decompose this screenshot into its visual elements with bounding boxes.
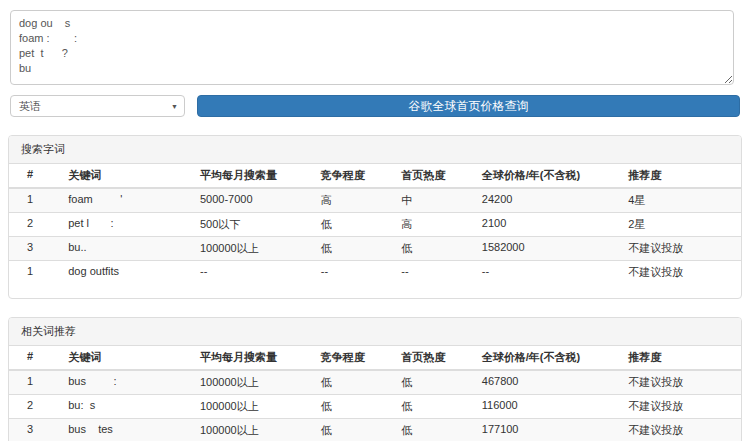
table-cell: 116000: [474, 395, 620, 419]
table-cell: 低: [313, 213, 394, 237]
table-cell: 4星: [620, 188, 741, 213]
table-cell: 低: [393, 237, 474, 261]
table-cell: bus tes: [60, 419, 192, 441]
global-price-query-button[interactable]: 谷歌全球首页价格查询: [197, 95, 740, 117]
table-cell: 不建议投放: [620, 261, 741, 285]
table-cell: bu..: [60, 237, 192, 261]
table-row: 1foam '5000-7000高中242004星: [9, 188, 741, 213]
table-cell: --: [393, 261, 474, 285]
table-cell: 1: [9, 370, 60, 395]
table-cell: 不建议投放: [620, 237, 741, 261]
related-terms-panel-title: 相关词推荐: [9, 318, 741, 346]
table-cell: 100000以上: [192, 237, 313, 261]
table-cell: 3: [9, 237, 60, 261]
table-cell: dog outfits: [60, 261, 192, 285]
column-header: 全球价格/年(不含税): [474, 346, 620, 370]
search-terms-table: #关键词平均每月搜索量竞争程度首页热度全球价格/年(不含税)推荐度1foam '…: [9, 164, 741, 284]
table-cell: 低: [313, 395, 394, 419]
column-header: 平均每月搜索量: [192, 164, 313, 188]
table-row: 2pet l :500以下低高21002星: [9, 213, 741, 237]
table-cell: 低: [393, 419, 474, 441]
table-cell: 5000-7000: [192, 188, 313, 213]
table-cell: 低: [393, 370, 474, 395]
table-cell: 低: [313, 419, 394, 441]
table-cell: --: [313, 261, 394, 285]
column-header: #: [9, 164, 60, 188]
table-cell: 1: [9, 188, 60, 213]
language-select-value: 英语: [19, 100, 41, 112]
keywords-textarea[interactable]: dog ou s foam : : pet t ? bu: [10, 10, 734, 85]
select-caret-icon: ▼: [171, 103, 178, 110]
related-terms-table: #关键词平均每月搜索量竞争程度首页热度全球价格/年(不含税)推荐度1bus :1…: [9, 346, 741, 441]
column-header: 关键词: [60, 346, 192, 370]
table-row: 3bus tes100000以上低低177100不建议投放: [9, 419, 741, 441]
column-header: 推荐度: [620, 346, 741, 370]
table-header-row: #关键词平均每月搜索量竞争程度首页热度全球价格/年(不含税)推荐度: [9, 164, 741, 188]
column-header: 平均每月搜索量: [192, 346, 313, 370]
related-terms-panel: 相关词推荐 #关键词平均每月搜索量竞争程度首页热度全球价格/年(不含税)推荐度1…: [8, 317, 742, 441]
table-cell: 100000以上: [192, 419, 313, 441]
table-cell: 500以下: [192, 213, 313, 237]
table-cell: 2100: [474, 213, 620, 237]
table-cell: 高: [313, 188, 394, 213]
table-cell: 低: [313, 237, 394, 261]
table-row: 2bu: s100000以上低低116000不建议投放: [9, 395, 741, 419]
column-header: 竞争程度: [313, 346, 394, 370]
table-cell: pet l :: [60, 213, 192, 237]
table-cell: --: [192, 261, 313, 285]
table-row: 1bus :100000以上低低467800不建议投放: [9, 370, 741, 395]
table-cell: 100000以上: [192, 370, 313, 395]
table-row: 1dog outfits--------不建议投放: [9, 261, 741, 285]
table-cell: 不建议投放: [620, 370, 741, 395]
page: dog ou s foam : : pet t ? bu 英语 ▼ 谷歌全球首页…: [0, 0, 750, 441]
table-cell: 467800: [474, 370, 620, 395]
table-cell: 高: [393, 213, 474, 237]
column-header: 首页热度: [393, 346, 474, 370]
column-header: 关键词: [60, 164, 192, 188]
table-header-row: #关键词平均每月搜索量竞争程度首页热度全球价格/年(不含税)推荐度: [9, 346, 741, 370]
table-cell: 1582000: [474, 237, 620, 261]
table-cell: 中: [393, 188, 474, 213]
table-cell: bu: s: [60, 395, 192, 419]
column-header: 推荐度: [620, 164, 741, 188]
column-header: #: [9, 346, 60, 370]
table-cell: 不建议投放: [620, 419, 741, 441]
query-controls: 英语 ▼ 谷歌全球首页价格查询: [10, 95, 740, 117]
column-header: 首页热度: [393, 164, 474, 188]
table-cell: 低: [393, 395, 474, 419]
table-cell: 不建议投放: [620, 395, 741, 419]
table-row: 3bu..100000以上低低1582000不建议投放: [9, 237, 741, 261]
table-cell: 177100: [474, 419, 620, 441]
table-cell: 2: [9, 395, 60, 419]
search-terms-panel: 搜索字词 #关键词平均每月搜索量竞争程度首页热度全球价格/年(不含税)推荐度1f…: [8, 135, 742, 299]
table-cell: 2星: [620, 213, 741, 237]
table-cell: bus :: [60, 370, 192, 395]
table-cell: 3: [9, 419, 60, 441]
table-cell: 1: [9, 261, 60, 285]
table-cell: 24200: [474, 188, 620, 213]
table-cell: --: [474, 261, 620, 285]
column-header: 全球价格/年(不含税): [474, 164, 620, 188]
search-terms-panel-title: 搜索字词: [9, 136, 741, 164]
language-select[interactable]: 英语 ▼: [10, 95, 185, 117]
table-cell: 100000以上: [192, 395, 313, 419]
table-cell: foam ': [60, 188, 192, 213]
column-header: 竞争程度: [313, 164, 394, 188]
table-cell: 低: [313, 370, 394, 395]
table-cell: 2: [9, 213, 60, 237]
